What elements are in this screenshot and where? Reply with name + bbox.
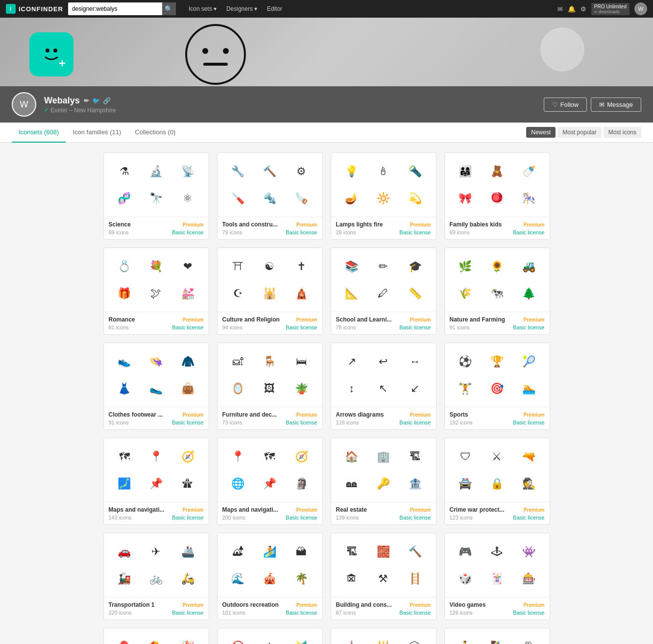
- license-link[interactable]: Basic license: [513, 610, 544, 616]
- icon-set-card[interactable]: 💍💐❤🎁🕊💒 Romance Premium 81 icons Basic li…: [103, 248, 209, 335]
- message-button[interactable]: ✉ Message: [591, 98, 641, 112]
- icon-set-card[interactable]: 🔧🔨⚙🪛🔩🪚 Tools and constru... Premium 79 i…: [217, 152, 323, 240]
- icon-set-meta: 73 icons Basic license: [222, 420, 317, 425]
- link-icon[interactable]: 🔗: [103, 97, 111, 104]
- preview-icon: 🔫: [514, 444, 544, 469]
- icon-set-card[interactable]: 👨‍👩‍👧🧸🍼🎀🪀🎠 Family babies kids Premium 69…: [444, 152, 550, 240]
- icon-set-info: Building and cons... Premium 87 icons Ba…: [331, 597, 436, 619]
- icon-set-card[interactable]: 🏠🏢🏗🏘🔑🏦 Real estate Premium 139 icons Bas…: [331, 438, 436, 525]
- twitter-icon[interactable]: 🐦: [92, 97, 100, 104]
- icon-set-card[interactable]: 🚗✈🚢🚂🚲🛵 Transportation 1 Premium 220 icon…: [103, 533, 209, 620]
- icon-set-card[interactable]: ⛩☯✝☪🕌🛕 Culture and Religion Premium 94 i…: [217, 248, 323, 335]
- preview-icon: 🪁: [141, 634, 171, 644]
- license-link[interactable]: Basic license: [286, 229, 317, 235]
- icon-set-card[interactable]: 📍🗺🧭🌐📌🗿 Maps and navigati... Premium 200 …: [217, 438, 323, 525]
- license-link[interactable]: Basic license: [172, 324, 203, 330]
- preview-icon: 🚜: [514, 254, 544, 279]
- icon-set-name-text: Romance: [109, 316, 135, 323]
- icon-set-card[interactable]: ⚗🔬📡🧬🔭⚛ Science Premium 69 icons Basic li…: [103, 152, 209, 240]
- icon-set-card[interactable]: ↗↩↔↕↖↙ Arrows diagrams Premium 116 icons…: [331, 343, 436, 430]
- icon-set-card[interactable]: 🛋🪑🛏🪞🖼🪴 Furniture and dec... Premium 73 i…: [217, 343, 323, 430]
- license-link[interactable]: Basic license: [172, 229, 203, 235]
- preview-icon: 🌲: [514, 281, 544, 306]
- license-link[interactable]: Basic license: [286, 610, 317, 616]
- license-link[interactable]: Basic license: [399, 420, 431, 425]
- license-link[interactable]: Basic license: [399, 515, 431, 520]
- icon-set-name-text: Crime war protect...: [450, 506, 505, 513]
- license-link[interactable]: Basic license: [286, 324, 317, 330]
- license-link[interactable]: Basic license: [172, 420, 203, 425]
- icon-set-info: Tools and constru... Premium 79 icons Ba…: [218, 217, 322, 239]
- icon-set-card[interactable]: 🚫⚠🔰🏷🔖📛 Signs and labels Premium 88 icons…: [217, 628, 323, 644]
- icon-set-meta: 91 icons Basic license: [109, 420, 204, 425]
- preview-icon: 🪛: [223, 186, 253, 211]
- license-link[interactable]: Basic license: [286, 420, 317, 425]
- tab-iconsets[interactable]: Iconsets (608): [12, 123, 66, 143]
- tab-icon-families[interactable]: Icon families (11): [66, 123, 128, 143]
- icon-set-card[interactable]: 🎮🕹👾🎲🃏🎰 Video games Premium 126 icons Bas…: [444, 533, 550, 620]
- icon-set-card[interactable]: 🎈🪁🎉🎊🎁🎀 Balloons Premium 45 icons Basic l…: [103, 628, 209, 644]
- icon-set-name: Arrows diagrams Premium: [336, 411, 431, 418]
- sort-most-icons[interactable]: Most icons: [604, 127, 641, 138]
- icon-set-meta: 91 icons Basic license: [450, 324, 545, 330]
- icon-set-card[interactable]: 📚✏🎓📐🖊📏 School and Learni... Premium 78 i…: [331, 248, 436, 335]
- preview-icon: 🛏: [287, 349, 316, 374]
- license-link[interactable]: Basic license: [399, 324, 431, 330]
- license-link[interactable]: Basic license: [513, 324, 544, 330]
- follow-button[interactable]: ♡ Follow: [544, 98, 587, 112]
- mail-icon[interactable]: ✉: [557, 5, 563, 13]
- icon-set-card[interactable]: 🏃🧗🏔🎿⛺🦅 Hiking outdoor Premium 54 icons B…: [444, 628, 550, 644]
- icon-set-meta: 94 icons Basic license: [222, 324, 317, 330]
- avatar[interactable]: W: [634, 2, 647, 15]
- sort-newest[interactable]: Newest: [526, 127, 556, 138]
- icon-set-name: Video games Premium: [450, 601, 545, 608]
- nav-designers[interactable]: Designers ▾: [222, 3, 261, 14]
- brand-logo[interactable]: i ICONFINDER: [6, 4, 63, 14]
- sort-popular[interactable]: Most popular: [557, 127, 601, 138]
- license-link[interactable]: Basic license: [513, 515, 544, 520]
- icon-set-name: Building and cons... Premium: [336, 601, 431, 608]
- icon-set-name-text: Family babies kids: [450, 221, 502, 228]
- bell-icon[interactable]: 🔔: [568, 5, 576, 13]
- preview-icon: 🛵: [173, 566, 203, 591]
- edit-icon[interactable]: ✏: [84, 97, 89, 104]
- svg-point-4: [186, 25, 245, 84]
- search-input[interactable]: [68, 2, 162, 15]
- license-link[interactable]: Basic license: [513, 420, 544, 425]
- preview-icon: 🏚: [337, 566, 367, 591]
- icon-set-info: Real estate Premium 139 icons Basic lice…: [331, 502, 436, 524]
- icon-set-meta: 192 icons Basic license: [450, 420, 545, 425]
- license-link[interactable]: Basic license: [399, 229, 431, 235]
- license-link[interactable]: Basic license: [172, 515, 203, 520]
- preview-icon: ↩: [368, 349, 398, 374]
- preview-icon: 🔬: [141, 159, 171, 184]
- icon-set-card[interactable]: ⚽🏆🎾🏋🎯🏊 Sports Premium 192 icons Basic li…: [444, 343, 550, 430]
- preview-icon: 📐: [337, 281, 367, 306]
- icon-set-card[interactable]: 🏗🧱🔨🏚⚒🪜 Building and cons... Premium 87 i…: [331, 533, 436, 620]
- preview-icon: 👒: [141, 349, 171, 374]
- license-link[interactable]: Basic license: [286, 515, 317, 520]
- icon-set-name: Crime war protect... Premium: [450, 506, 545, 513]
- icon-set-card[interactable]: 🛡⚔🔫🚔🔒🕵 Crime war protect... Premium 123 …: [444, 438, 550, 525]
- message-label: Message: [607, 101, 633, 108]
- pro-sub: ∞ downloads: [594, 9, 627, 14]
- settings-icon[interactable]: ⚙: [580, 5, 586, 13]
- license-link[interactable]: Basic license: [172, 610, 203, 616]
- preview-icon: 🔩: [255, 186, 285, 211]
- search-button[interactable]: 🔍: [162, 2, 176, 15]
- preview-icon: 🗾: [110, 471, 140, 496]
- license-link[interactable]: Basic license: [513, 229, 544, 235]
- nav-icon-sets[interactable]: Icon sets ▾: [185, 3, 220, 14]
- tab-collections[interactable]: Collections (0): [128, 123, 182, 143]
- preview-icon: 📍: [223, 444, 253, 469]
- profile-location: ✔ Exeter – New Hampshire: [44, 107, 536, 114]
- icon-set-card[interactable]: 👟👒🧥👗🥿👜 Clothes footwear ... Premium 91 i…: [103, 343, 209, 430]
- nav-editor[interactable]: Editor: [263, 3, 286, 14]
- icon-set-card[interactable]: 🗺📍🧭🗾📌🛣 Maps and navigati... Premium 142 …: [103, 438, 209, 525]
- icon-set-card[interactable]: 🏕🏄🏔🌊🎪🌴 Outdoors recreation Premium 101 i…: [217, 533, 323, 620]
- svg-point-1: [46, 49, 49, 52]
- icon-set-card[interactable]: 💡🕯🔦🪔🔆💫 Lamps lights fire Premium 28 icon…: [331, 152, 436, 240]
- icon-set-card[interactable]: ⛪🕌🏛🏰🗼⛩ Architecture Premium 92 icons Bas…: [331, 628, 436, 644]
- icon-set-card[interactable]: 🌿🌻🚜🌾🐄🌲 Nature and Farming Premium 91 ico…: [444, 248, 550, 335]
- license-link[interactable]: Basic license: [399, 610, 431, 616]
